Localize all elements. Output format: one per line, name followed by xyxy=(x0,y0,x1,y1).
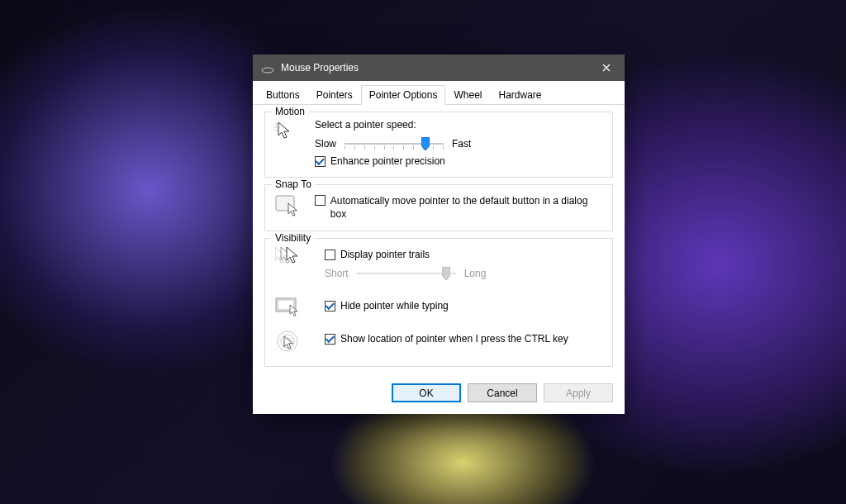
trails-label[interactable]: Display pointer trails xyxy=(340,249,430,260)
pointer-speed-slider[interactable] xyxy=(345,136,444,152)
titlebar[interactable]: Mouse Properties xyxy=(253,55,625,81)
group-snapto: Snap To Automatically move p xyxy=(264,184,613,231)
long-label: Long xyxy=(464,268,487,279)
cancel-button[interactable]: Cancel xyxy=(468,383,537,402)
snapto-label[interactable]: Automatically move pointer to the defaul… xyxy=(330,195,602,221)
apply-button: Apply xyxy=(544,383,613,402)
group-snapto-title: Snap To xyxy=(272,178,315,190)
ok-button[interactable]: OK xyxy=(392,383,461,402)
svg-marker-1 xyxy=(421,137,430,150)
snapto-icon xyxy=(275,192,315,221)
trails-checkbox[interactable] xyxy=(325,250,335,260)
fast-label: Fast xyxy=(452,138,471,150)
mouse-properties-dialog: Mouse Properties Buttons Pointers Pointe… xyxy=(253,55,625,414)
hide-typing-label[interactable]: Hide pointer while typing xyxy=(340,300,449,311)
dialog-buttons: OK Cancel Apply xyxy=(253,377,625,414)
svg-marker-3 xyxy=(442,267,450,280)
slow-label: Slow xyxy=(315,138,336,150)
slider-thumb[interactable] xyxy=(421,137,430,150)
group-visibility-title: Visibility xyxy=(272,232,314,244)
close-icon xyxy=(602,64,611,72)
group-visibility: Visibility xyxy=(264,238,613,367)
tab-pointer-options[interactable]: Pointer Options xyxy=(361,85,446,105)
window-title: Mouse Properties xyxy=(281,62,588,74)
group-motion: Motion Select a pointer speed: xyxy=(264,112,613,178)
short-label: Short xyxy=(325,268,349,279)
tab-hardware[interactable]: Hardware xyxy=(490,85,549,105)
snapto-checkbox[interactable] xyxy=(315,195,326,206)
tab-strip: Buttons Pointers Pointer Options Wheel H… xyxy=(253,81,625,105)
hide-typing-icon xyxy=(275,297,315,318)
svg-point-0 xyxy=(262,68,273,73)
select-speed-label: Select a pointer speed: xyxy=(315,119,602,131)
desktop-background: Mouse Properties Buttons Pointers Pointe… xyxy=(0,0,846,504)
hide-typing-checkbox[interactable] xyxy=(325,301,335,311)
enhance-precision-label[interactable]: Enhance pointer precision xyxy=(330,155,445,167)
tab-pointers[interactable]: Pointers xyxy=(308,85,361,105)
tab-content: Motion Select a pointer speed: xyxy=(253,105,625,377)
show-ctrl-checkbox[interactable] xyxy=(325,334,335,345)
trails-slider-thumb xyxy=(442,267,450,280)
mouse-icon xyxy=(261,64,274,71)
tab-buttons[interactable]: Buttons xyxy=(258,85,308,105)
close-button[interactable] xyxy=(588,55,625,81)
show-ctrl-label[interactable]: Show location of pointer when I press th… xyxy=(340,333,568,345)
tab-wheel[interactable]: Wheel xyxy=(445,85,490,105)
enhance-precision-checkbox[interactable] xyxy=(315,156,326,167)
trails-slider xyxy=(357,265,456,282)
group-motion-title: Motion xyxy=(272,106,308,117)
ctrl-locate-icon xyxy=(275,330,315,354)
motion-icon xyxy=(275,119,315,167)
trails-icon xyxy=(275,245,315,269)
